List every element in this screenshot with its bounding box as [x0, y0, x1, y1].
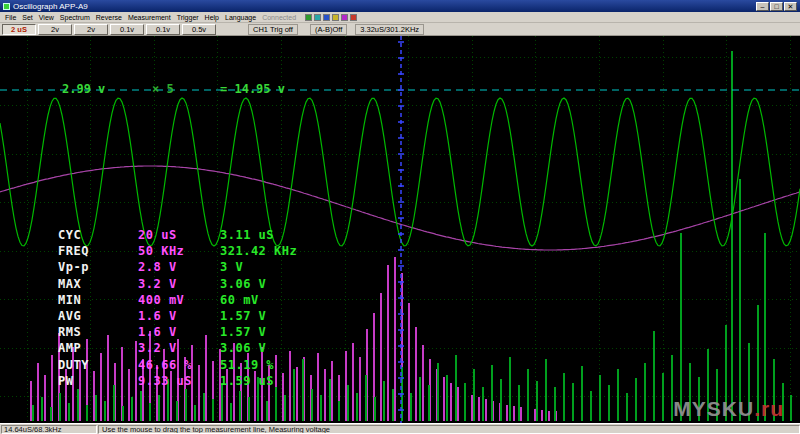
scale-button-3[interactable]: 0.1v [110, 24, 144, 35]
meas-label: MIN [58, 293, 138, 309]
meas-ch1-value: 9.33 uS [138, 374, 220, 390]
meas-ch1-value: 50 KHz [138, 244, 220, 260]
menu-measurement[interactable]: Measurement [125, 14, 174, 21]
meas-ch1-value: 400 mV [138, 293, 220, 309]
close-button[interactable]: ✕ [784, 2, 797, 11]
status-sample-rate: 14.64uS/68.3kHz [1, 425, 97, 434]
annotation-voltage: 2.99 v [62, 82, 105, 96]
meas-ch2-value: 1.57 V [220, 325, 350, 341]
scale-button-0[interactable]: 2 uS [2, 24, 36, 35]
measurement-row: MAX3.2 V3.06 V [58, 277, 350, 293]
scale-button-2[interactable]: 2v [74, 24, 108, 35]
status-hint: Use the mouse to drag the top measuremen… [98, 425, 800, 434]
meas-ch1-value: 46.66 % [138, 358, 220, 374]
trigger-status-button[interactable]: CH1 Trig off [248, 24, 298, 35]
meas-label: RMS [58, 325, 138, 341]
meas-ch1-value: 20 uS [138, 228, 220, 244]
measurement-row: FREQ50 KHz321.42 KHz [58, 244, 350, 260]
meas-ch1-value: 1.6 V [138, 309, 220, 325]
menu-icon-red[interactable] [350, 14, 357, 21]
menu-connected: Connected [259, 14, 299, 21]
measurement-row: AMP3.2 V3.06 V [58, 341, 350, 357]
title-bar: Oscillograph APP-A9 – □ ✕ [0, 0, 800, 12]
meas-label: AVG [58, 309, 138, 325]
status-bar: 14.64uS/68.3kHz Use the mouse to drag th… [0, 423, 800, 434]
scale-button-1[interactable]: 2v [38, 24, 72, 35]
window-controls: – □ ✕ [755, 2, 797, 11]
meas-ch2-value: 3 V [220, 260, 350, 276]
window-title: Oscillograph APP-A9 [13, 2, 755, 11]
menu-file[interactable]: File [2, 14, 19, 21]
menu-icon-magenta[interactable] [341, 14, 348, 21]
meas-ch2-value: 3.06 V [220, 277, 350, 293]
meas-label: PW [58, 374, 138, 390]
meas-ch1-value: 1.6 V [138, 325, 220, 341]
app-icon [3, 3, 10, 10]
measurement-row: RMS1.6 V1.57 V [58, 325, 350, 341]
toolbar: 2 uS2v2v0.1v0.1v0.5v CH1 Trig off (A-B)O… [0, 23, 800, 36]
meas-ch2-value: 321.42 KHz [220, 244, 350, 260]
minimize-button[interactable]: – [756, 2, 769, 11]
meas-label: CYC [58, 228, 138, 244]
watermark-name: MYSKU [673, 397, 754, 420]
menu-icon-yellow[interactable] [332, 14, 339, 21]
menu-items: FileSetViewSpectrumReverseMeasurementTri… [2, 14, 299, 21]
frequency-readout: 3.32uS/301.2KHz [355, 24, 424, 35]
watermark-suffix: .ru [754, 397, 784, 420]
menu-trigger[interactable]: Trigger [174, 14, 202, 21]
menu-reverse[interactable]: Reverse [93, 14, 125, 21]
menu-icon-strip [305, 14, 357, 21]
measurement-row: AVG1.6 V1.57 V [58, 309, 350, 325]
measurement-row: MIN400 mV60 mV [58, 293, 350, 309]
meas-ch2-value: 60 mV [220, 293, 350, 309]
meas-ch2-value: 3.11 uS [220, 228, 350, 244]
menu-set[interactable]: Set [19, 14, 36, 21]
meas-ch2-value: 1.57 V [220, 309, 350, 325]
measurement-row: CYC20 uS3.11 uS [58, 228, 350, 244]
scale-button-5[interactable]: 0.5v [182, 24, 216, 35]
meas-label: Vp-p [58, 260, 138, 276]
meas-ch2-value: 3.06 V [220, 341, 350, 357]
meas-label: DUTY [58, 358, 138, 374]
meas-ch1-value: 3.2 V [138, 341, 220, 357]
scale-button-4[interactable]: 0.1v [146, 24, 180, 35]
menu-view[interactable]: View [36, 14, 57, 21]
timebase-volt-buttons: 2 uS2v2v0.1v0.1v0.5v [2, 24, 218, 35]
watermark: MYSKU.ru [673, 397, 784, 421]
measurements-table: CYC20 uS3.11 uSFREQ50 KHz321.42 KHzVp-p2… [58, 228, 350, 390]
meas-label: MAX [58, 277, 138, 293]
menu-icon-teal[interactable] [314, 14, 321, 21]
ab-math-mode-button[interactable]: (A-B)Off [310, 24, 347, 35]
meas-ch2-value: 1.59 uS [220, 374, 350, 390]
trigger-position-line[interactable] [398, 36, 404, 424]
app-window: Oscillograph APP-A9 – □ ✕ FileSetViewSpe… [0, 0, 800, 434]
annotation-result: = 14.95 v [220, 82, 285, 96]
meas-ch2-value: 51.19 % [220, 358, 350, 374]
meas-label: FREQ [58, 244, 138, 260]
menu-bar: FileSetViewSpectrumReverseMeasurementTri… [0, 12, 800, 23]
maximize-button[interactable]: □ [770, 2, 783, 11]
annotation-multiplier: × 5 [152, 82, 174, 96]
menu-icon-green[interactable] [305, 14, 312, 21]
menu-help[interactable]: Help [202, 14, 222, 21]
measurement-row: Vp-p2.8 V3 V [58, 260, 350, 276]
menu-spectrum[interactable]: Spectrum [57, 14, 93, 21]
meas-ch1-value: 2.8 V [138, 260, 220, 276]
measurement-row: PW9.33 uS1.59 uS [58, 374, 350, 390]
meas-ch1-value: 3.2 V [138, 277, 220, 293]
measurement-row: DUTY46.66 %51.19 % [58, 358, 350, 374]
menu-icon-blue[interactable] [323, 14, 330, 21]
meas-label: AMP [58, 341, 138, 357]
scope-display: 2.99 v × 5 = 14.95 v CYC20 uS3.11 uSFREQ… [0, 36, 800, 424]
menu-language[interactable]: Language [222, 14, 259, 21]
